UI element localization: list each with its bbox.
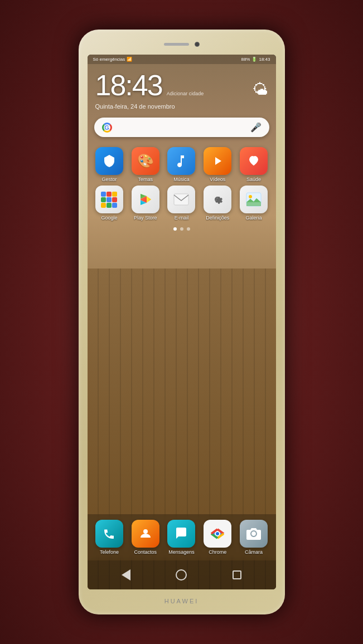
svg-point-6	[249, 195, 252, 198]
phone-outer: Só emergências 📶 88% 🔋 18:43 18:43 Adici…	[79, 30, 285, 614]
voice-search-icon[interactable]: 🎤	[250, 122, 262, 133]
home-button[interactable]	[172, 566, 190, 584]
gestor-label: Gestor	[101, 177, 117, 182]
dot-1	[173, 227, 177, 231]
emergency-text: Só emergências	[93, 57, 125, 62]
dock-camera[interactable]: Câmara	[238, 520, 270, 555]
app-gestor[interactable]: Gestor	[93, 147, 126, 182]
dock-contacts[interactable]: Contactos	[129, 520, 162, 555]
app-galeria[interactable]: Galeria	[238, 186, 270, 221]
app-definicoes[interactable]: Definições	[201, 186, 234, 221]
status-bar: Só emergências 📶 88% 🔋 18:43	[88, 55, 276, 64]
playstore-icon	[132, 186, 159, 213]
back-button[interactable]	[117, 566, 135, 584]
date-display: Quinta-feira, 24 de novembro	[95, 103, 268, 110]
clock-area: 18:43 Adicionar cidade 🌤 Quinta-feira, 2…	[88, 64, 276, 112]
app-musica[interactable]: Música	[165, 147, 198, 182]
brand-label: HUAWEI	[164, 598, 199, 604]
clock-status: 18:43	[259, 57, 270, 62]
status-right: 88% 🔋 18:43	[241, 57, 270, 62]
battery-icon: 🔋	[251, 57, 257, 62]
add-city-label[interactable]: Adicionar cidade	[167, 91, 204, 96]
phone-icon	[95, 520, 123, 548]
dock: Telefone Contactos Me	[88, 514, 276, 560]
email-icon	[167, 186, 195, 213]
svg-rect-4	[174, 194, 188, 205]
saude-label: Saúde	[246, 177, 261, 182]
app-email[interactable]: E-mail	[165, 186, 198, 221]
dock-messages[interactable]: Mensagens	[165, 520, 198, 555]
dock-phone[interactable]: Telefone	[93, 520, 126, 555]
phone-screen: Só emergências 📶 88% 🔋 18:43 18:43 Adici…	[88, 55, 276, 589]
navigation-bar	[88, 560, 276, 589]
chrome-icon	[204, 520, 231, 548]
camera-icon	[240, 520, 268, 548]
search-bar[interactable]: 🎤	[94, 118, 269, 137]
status-left: Só emergências 📶	[93, 57, 133, 62]
clock-time: 18:43	[95, 69, 162, 102]
definicoes-icon	[204, 186, 231, 213]
app-videos[interactable]: Vídeos	[201, 147, 234, 182]
galeria-icon	[240, 186, 268, 213]
svg-point-11	[216, 532, 219, 535]
camera-label: Câmara	[245, 549, 263, 555]
recents-button[interactable]	[228, 566, 246, 584]
saude-icon	[240, 147, 268, 175]
phone-label: Telefone	[100, 549, 119, 555]
dot-3	[187, 227, 190, 231]
back-arrow-icon	[122, 569, 130, 580]
gestor-icon	[95, 147, 123, 175]
videos-label: Vídeos	[210, 177, 225, 182]
galeria-label: Galeria	[246, 215, 262, 221]
messages-label: Mensagens	[168, 549, 195, 555]
svg-marker-2	[147, 196, 151, 203]
app-temas[interactable]: 🎨 Temas	[129, 147, 162, 182]
front-camera	[195, 42, 200, 47]
messages-icon	[167, 520, 195, 548]
temas-icon: 🎨	[132, 147, 159, 175]
dot-2	[180, 227, 183, 231]
app-grid-row1: Gestor 🎨 Temas Música	[88, 144, 276, 224]
temas-label: Temas	[138, 177, 153, 182]
chrome-label: Chrome	[209, 549, 226, 555]
google-label: Google	[101, 215, 117, 221]
playstore-label: Play Store	[134, 215, 157, 221]
email-label: E-mail	[175, 215, 189, 221]
sim-icon: 📶	[127, 57, 132, 62]
google-logo	[102, 123, 112, 133]
musica-label: Música	[173, 177, 190, 182]
videos-icon	[204, 147, 231, 175]
app-google[interactable]: Google	[93, 186, 126, 221]
musica-icon	[167, 147, 195, 175]
battery-text: 88%	[241, 57, 250, 62]
app-saude[interactable]: Saúde	[238, 147, 270, 182]
definicoes-label: Definições	[206, 215, 229, 221]
app-play-store[interactable]: Play Store	[129, 186, 162, 221]
phone-top-hardware	[164, 42, 200, 47]
dock-chrome[interactable]: Chrome	[201, 520, 234, 555]
contacts-icon	[132, 520, 159, 548]
svg-point-8	[143, 529, 148, 534]
recents-square-icon	[233, 570, 241, 579]
contacts-label: Contactos	[134, 549, 157, 555]
page-indicators	[88, 227, 276, 231]
home-circle-icon	[176, 569, 187, 580]
google-app-icon	[95, 186, 123, 213]
weather-icon: 🌤	[253, 80, 268, 99]
speaker-grille	[164, 43, 189, 46]
